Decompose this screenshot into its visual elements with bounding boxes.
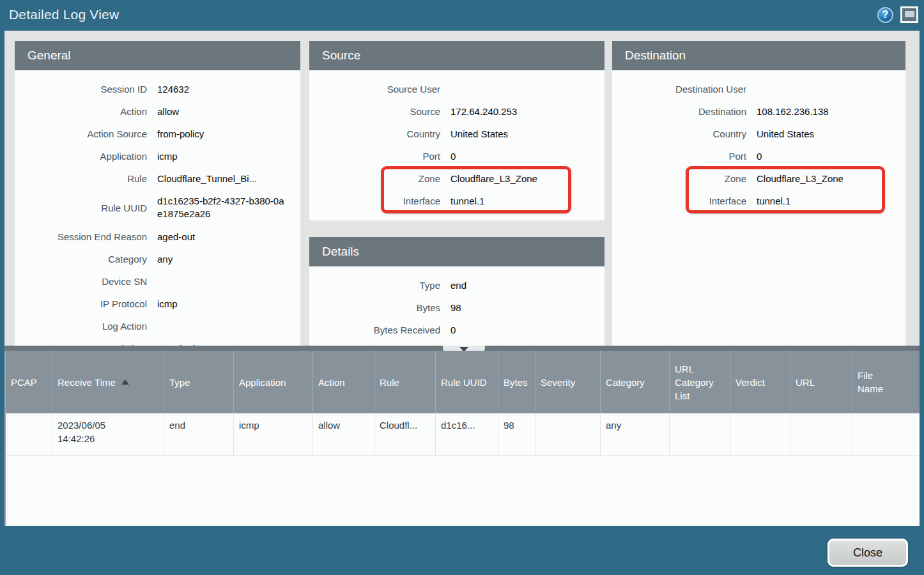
field-label: Rule (15, 173, 147, 184)
field-row-category: Categoryany (15, 248, 300, 270)
field-row-rule: RuleCloudflare_Tunnel_Bi... (15, 167, 300, 190)
field-row-session-id: Session ID124632 (15, 78, 300, 100)
field-label: Zone (612, 173, 746, 184)
field-value: 0 (450, 324, 456, 337)
column-header-url-category-list[interactable]: URL Category List (670, 351, 730, 413)
column-header-receive-time[interactable]: Receive Time (52, 351, 164, 413)
field-label: Destination (612, 106, 746, 117)
source-zone-interface-group: ZoneCloudflare_L3_Zone Interfacetunnel.1 (309, 167, 604, 212)
column-header-pcap[interactable]: PCAP (6, 351, 52, 413)
field-row-country: CountryUnited States (612, 123, 905, 145)
source-panel: Source Source User Source172.64.240.253 … (309, 41, 604, 220)
field-value: any (157, 253, 173, 266)
field-label: Bytes Received (309, 325, 440, 335)
destination-zone-interface-group: ZoneCloudflare_L3_Zone Interfacetunnel.1 (612, 167, 905, 212)
field-label: Country (309, 128, 440, 139)
cell-rule-uuid: d1c16... (436, 413, 498, 456)
field-row-zone: ZoneCloudflare_L3_Zone (309, 167, 604, 190)
field-value: 124632 (157, 83, 189, 96)
general-panel: General Session ID124632 Actionallow Act… (15, 41, 300, 346)
field-label: Country (612, 128, 746, 139)
field-value: from-policy (157, 128, 204, 141)
cell-bytes: 98 (498, 413, 535, 456)
field-label: Port (309, 151, 440, 162)
maximize-icon-inner (905, 11, 914, 17)
field-value: tunnel.1 (757, 195, 790, 208)
source-panel-header: Source (309, 41, 604, 70)
panel-table-splitter (4, 346, 920, 351)
field-row-country: CountryUnited States (309, 123, 604, 145)
field-value: aged-out (157, 231, 195, 243)
field-value: Cloudflare_L3_Zone (757, 172, 843, 185)
field-label: Bytes (309, 302, 440, 313)
field-value: Cloudflare_L3_Zone (450, 172, 537, 185)
field-label: Session End Reason (15, 231, 147, 242)
field-row-action-source: Action Sourcefrom-policy (15, 123, 300, 145)
help-icon[interactable]: ? (877, 7, 893, 23)
column-header-severity[interactable]: Severity (535, 351, 601, 413)
details-panel-header: Details (309, 237, 604, 266)
field-row-rule-uuid: Rule UUIDd1c16235-b2f2-4327-b380-0ae1875… (15, 190, 300, 226)
column-header-application[interactable]: Application (234, 351, 313, 413)
field-value: 172.64.240.253 (450, 105, 517, 118)
field-row-generated-time: Generated Time2023/06/05 14:42:26 (15, 337, 300, 346)
close-button[interactable]: Close (828, 539, 908, 567)
field-value: 108.162.236.138 (757, 105, 829, 118)
field-row-interface: Interfacetunnel.1 (612, 190, 905, 212)
cell-action: allow (313, 413, 374, 456)
cell-pcap (6, 413, 52, 456)
column-header-verdict[interactable]: Verdict (730, 351, 790, 413)
column-header-category[interactable]: Category (601, 351, 670, 413)
field-row-type: Typeend (309, 274, 604, 296)
field-row-device-sn: Device SN (15, 270, 300, 293)
field-row-interface: Interfacetunnel.1 (309, 190, 604, 212)
cell-rule: Cloudfl... (374, 413, 436, 456)
field-value: tunnel.1 (450, 195, 484, 208)
field-row-bytes: Bytes98 (309, 296, 604, 319)
field-label: Port (612, 151, 746, 162)
field-value: icmp (157, 298, 178, 310)
field-label: Device SN (15, 276, 147, 287)
field-row-bytes-received: Bytes Received0 (309, 319, 604, 341)
field-value: 0 (757, 150, 762, 163)
help-glyph: ? (882, 9, 889, 20)
field-label: Type (309, 280, 440, 291)
field-value: United States (450, 128, 508, 141)
field-label: Action (15, 106, 147, 117)
titlebar-icons: ? (877, 6, 918, 23)
column-header-url[interactable]: URL (790, 351, 852, 413)
column-header-file-name[interactable]: File Name (852, 351, 921, 413)
field-row-destination: Destination108.162.236.138 (612, 100, 905, 123)
field-label: Log Action (15, 321, 147, 332)
field-row-port: Port0 (309, 145, 604, 167)
field-row-destination-user: Destination User (612, 78, 905, 100)
cell-receive-time: 2023/06/05 14:42:26 (52, 413, 164, 456)
field-value: Cloudflare_Tunnel_Bi... (157, 172, 257, 185)
field-label: Action Source (15, 128, 147, 139)
cell-severity (535, 413, 601, 456)
field-label: Category (15, 254, 147, 264)
column-header-bytes[interactable]: Bytes (498, 351, 535, 413)
field-value: d1c16235-b2f2-4327-b380-0ae1875e2a26 (157, 195, 285, 220)
column-header-rule[interactable]: Rule (374, 351, 436, 413)
cell-application: icmp (234, 413, 313, 456)
cell-url-category-list (670, 413, 730, 456)
field-value: end (450, 279, 466, 292)
field-label: Destination User (612, 84, 746, 95)
field-value: 0 (450, 150, 456, 163)
log-entries-table: PCAP Receive Time Type Application Actio… (4, 351, 920, 526)
field-row-application: Applicationicmp (15, 145, 300, 167)
field-label: Source (309, 106, 440, 117)
maximize-icon[interactable] (900, 6, 918, 23)
field-label: Zone (309, 173, 440, 184)
cell-category: any (601, 413, 670, 456)
column-header-type[interactable]: Type (164, 351, 234, 413)
field-label: Session ID (15, 84, 147, 95)
log-table-row[interactable]: 2023/06/05 14:42:26 end icmp allow Cloud… (6, 413, 920, 456)
cell-url (790, 413, 852, 456)
column-header-action[interactable]: Action (313, 351, 374, 413)
detail-panels-area: General Session ID124632 Actionallow Act… (4, 31, 920, 346)
cell-type: end (164, 413, 234, 456)
field-row-port: Port0 (612, 145, 905, 167)
column-header-rule-uuid[interactable]: Rule UUID (436, 351, 498, 413)
